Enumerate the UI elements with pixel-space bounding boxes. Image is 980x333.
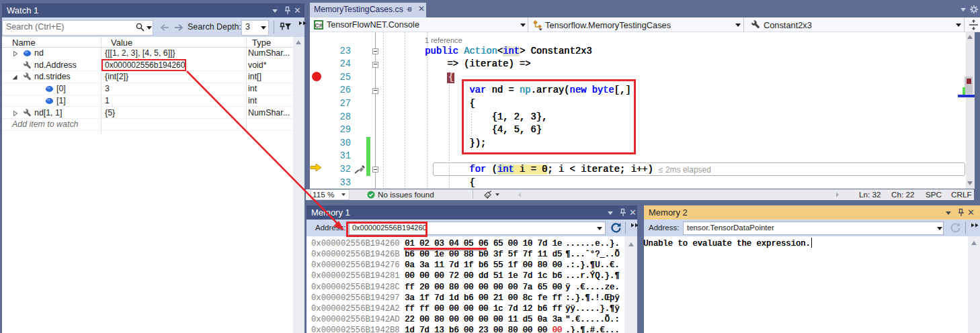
svg-text:C#: C# bbox=[315, 22, 323, 29]
